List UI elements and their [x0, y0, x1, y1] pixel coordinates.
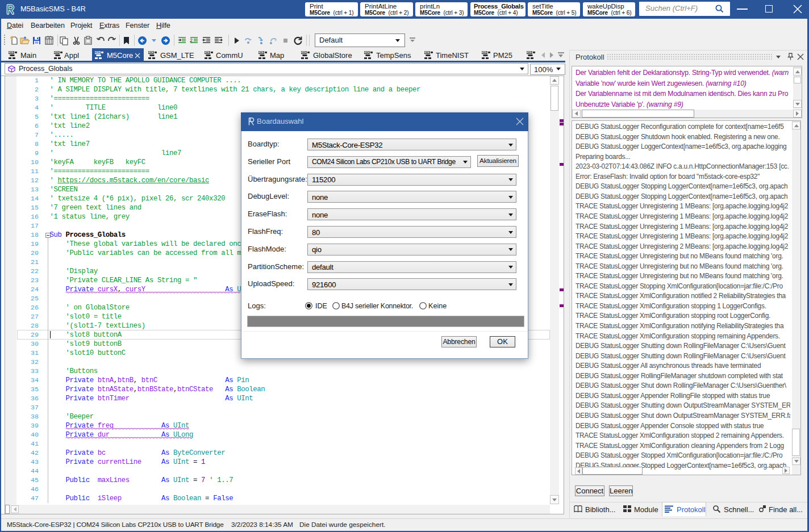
- svg-text:2: 2: [190, 37, 193, 43]
